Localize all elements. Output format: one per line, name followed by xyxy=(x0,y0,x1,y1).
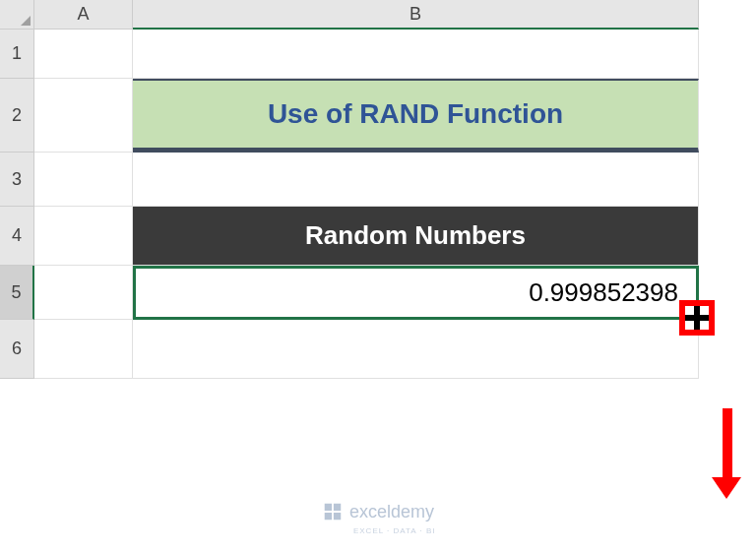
cell-a2[interactable] xyxy=(34,79,133,153)
cell-b3[interactable] xyxy=(133,153,699,207)
cell-a3[interactable] xyxy=(34,153,133,207)
cell-b5-value: 0.999852398 xyxy=(529,277,678,308)
cell-b2-title[interactable]: Use of RAND Function xyxy=(133,79,699,153)
row-header-4[interactable]: 4 xyxy=(0,207,34,266)
cell-a4[interactable] xyxy=(34,207,133,266)
spreadsheet-grid: A B 1 2 Use of RAND Function 3 4 Random … xyxy=(0,0,756,379)
watermark-icon xyxy=(322,501,344,522)
row-header-1[interactable]: 1 xyxy=(0,30,34,79)
row-header-5[interactable]: 5 xyxy=(0,266,34,320)
column-header-a[interactable]: A xyxy=(34,0,133,30)
row-header-3[interactable]: 3 xyxy=(0,153,34,207)
fill-handle[interactable] xyxy=(679,300,715,336)
fill-handle-icon xyxy=(685,306,709,330)
cell-a1[interactable] xyxy=(34,30,133,79)
select-all-corner[interactable] xyxy=(0,0,34,30)
cell-b4-header[interactable]: Random Numbers xyxy=(133,207,699,266)
cell-a6[interactable] xyxy=(34,320,133,379)
column-header-b[interactable]: B xyxy=(133,0,699,30)
cell-b6[interactable] xyxy=(133,320,699,379)
watermark: exceldemy xyxy=(322,501,434,522)
cell-b5-selected[interactable]: 0.999852398 xyxy=(133,266,699,320)
row-header-2[interactable]: 2 xyxy=(0,79,34,153)
cell-a5[interactable] xyxy=(34,266,133,320)
watermark-text: exceldemy xyxy=(349,502,434,522)
cell-b1[interactable] xyxy=(133,30,699,79)
watermark-tagline: EXCEL · DATA · BI xyxy=(353,526,436,535)
drag-arrow-annotation xyxy=(722,408,733,492)
row-header-6[interactable]: 6 xyxy=(0,320,34,379)
